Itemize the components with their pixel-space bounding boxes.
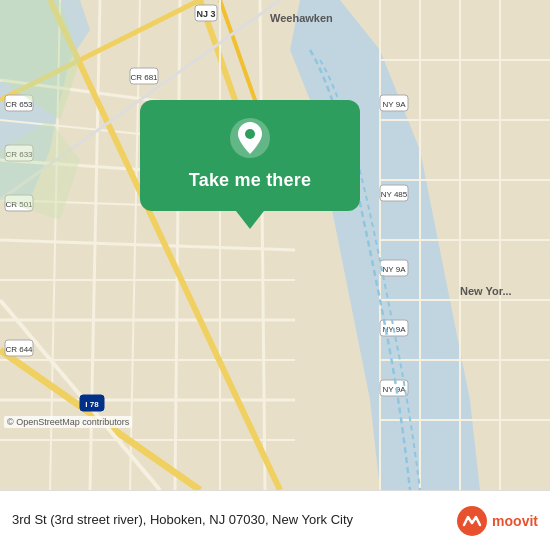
svg-text:NY 485: NY 485 (381, 190, 408, 199)
svg-text:NY 9A: NY 9A (383, 100, 407, 109)
svg-text:NJ 3: NJ 3 (196, 9, 215, 19)
location-popup: Take me there (140, 100, 360, 211)
moovit-brand-text: moovit (492, 513, 538, 529)
bottom-bar: 3rd St (3rd street river), Hoboken, NJ 0… (0, 490, 550, 550)
svg-text:CR 681: CR 681 (130, 73, 158, 82)
osm-attribution: © OpenStreetMap contributors (4, 416, 132, 428)
svg-text:Weehawken: Weehawken (270, 12, 333, 24)
svg-text:NY 9A: NY 9A (383, 265, 407, 274)
svg-text:I 78: I 78 (85, 400, 99, 409)
svg-text:CR 653: CR 653 (5, 100, 33, 109)
map-container: NJ 3 CR 653 CR 681 CR 633 CR 501 CR 644 … (0, 0, 550, 490)
location-pin-icon (228, 116, 272, 160)
svg-text:NY 9A: NY 9A (383, 385, 407, 394)
moovit-brand-icon (456, 505, 488, 537)
address-text: 3rd St (3rd street river), Hoboken, NJ 0… (12, 512, 353, 529)
svg-text:CR 644: CR 644 (5, 345, 33, 354)
moovit-logo: moovit (456, 505, 538, 537)
svg-point-66 (245, 129, 255, 139)
svg-text:New Yor...: New Yor... (460, 285, 512, 297)
take-me-there-button[interactable]: Take me there (189, 170, 311, 191)
